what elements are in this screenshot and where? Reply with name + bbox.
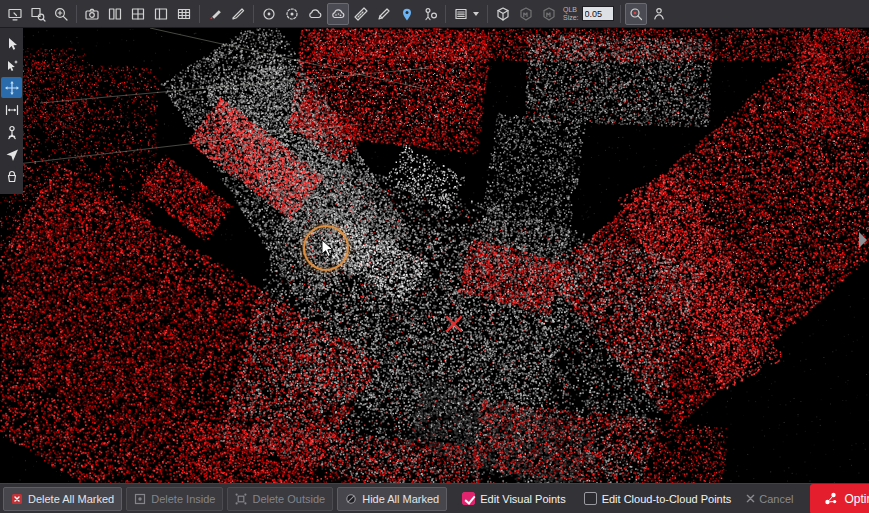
circle-select-icon <box>284 6 300 22</box>
toolbar-separator <box>620 5 621 23</box>
cube-icon <box>495 6 511 22</box>
ruler-icon <box>353 6 369 22</box>
pencil-button[interactable] <box>373 3 395 25</box>
cancel-x-icon <box>746 494 755 503</box>
button-label: Delete Outside <box>252 493 325 505</box>
location-pin-icon <box>399 6 415 22</box>
bottom-bar: Delete All Marked Delete Inside Delete O… <box>0 483 869 513</box>
zoom-window-button[interactable] <box>27 3 49 25</box>
select-cursor-plus-icon <box>4 58 20 74</box>
panel-expand-arrow[interactable] <box>859 232 867 248</box>
marker-pen-button[interactable] <box>204 3 226 25</box>
circle-select-button[interactable] <box>281 3 303 25</box>
hide-all-marked-button[interactable]: Hide All Marked <box>337 487 447 511</box>
qlb-size-group: QLB Size: <box>563 6 614 22</box>
top-toolbar: QLB Size: <box>0 0 869 28</box>
navigate-arrow-button[interactable] <box>1 143 22 164</box>
delete-all-marked-button[interactable]: Delete All Marked <box>3 487 122 511</box>
measure-distance-icon <box>4 102 20 118</box>
delete-outside-button[interactable]: Delete Outside <box>227 487 333 511</box>
zoom-extents-icon <box>53 6 69 22</box>
bucket-tool-icon <box>4 168 20 184</box>
select-cursor-icon <box>4 36 20 52</box>
button-label: Delete All Marked <box>28 493 114 505</box>
scan-position-icon <box>4 124 20 140</box>
qlb-size-label: QLB Size: <box>563 6 579 22</box>
table-view-icon <box>176 6 192 22</box>
select-cursor-plus-button[interactable] <box>1 55 22 76</box>
delete-inside-icon <box>134 493 146 505</box>
cloud-button[interactable] <box>304 3 326 25</box>
checkbox-label: Edit Visual Points <box>480 493 565 505</box>
layout-view-icon <box>153 6 169 22</box>
cloud-icon <box>307 6 323 22</box>
button-label: Hide All Marked <box>362 493 439 505</box>
optimize-label: Optimize Bundle <box>845 492 869 506</box>
toolbar-separator <box>76 5 77 23</box>
measure-distance-button[interactable] <box>1 99 22 120</box>
ruler-button[interactable] <box>350 3 372 25</box>
optimize-cluster-icon <box>823 491 838 506</box>
toolbar-separator <box>445 5 446 23</box>
split-view-icon <box>107 6 123 22</box>
delete-inside-button[interactable]: Delete Inside <box>126 487 223 511</box>
camera-button[interactable] <box>81 3 103 25</box>
delete-outside-icon <box>235 493 247 505</box>
navigate-arrow-icon <box>4 146 20 162</box>
button-label: Delete Inside <box>151 493 215 505</box>
checkbox-label: Edit Cloud-to-Cloud Points <box>602 493 732 505</box>
marker-pen-icon <box>207 6 223 22</box>
cube-m1-icon <box>518 6 534 22</box>
delete-marked-icon <box>11 493 23 505</box>
tool-menu-dropdown[interactable] <box>450 3 483 25</box>
circle-target-icon <box>261 6 277 22</box>
orbit-crosshair-button[interactable] <box>1 77 22 98</box>
qlb-label-line1: QLB <box>563 6 579 14</box>
edit-visual-points-checkbox[interactable]: Edit Visual Points <box>462 492 565 505</box>
qlb-label-line2: Size: <box>563 14 579 22</box>
location-pin-button[interactable] <box>396 3 418 25</box>
person-waypoint-button[interactable] <box>419 3 441 25</box>
split-view-button[interactable] <box>104 3 126 25</box>
grid-view-icon <box>130 6 146 22</box>
orbit-crosshair-icon <box>4 80 20 96</box>
cloud-mark-button[interactable] <box>327 3 349 25</box>
cube-m2-button[interactable] <box>538 3 560 25</box>
mouse-cursor-icon <box>321 239 335 259</box>
select-cursor-button[interactable] <box>1 33 22 54</box>
cube-m1-button[interactable] <box>515 3 537 25</box>
dropdown-caret-icon <box>473 12 479 16</box>
optimize-bundle-button[interactable]: Optimize Bundle <box>810 484 869 513</box>
magnifier-marker-icon <box>628 6 644 22</box>
app-window: QLB Size: Delete All Marked <box>0 0 869 513</box>
blade-icon <box>230 6 246 22</box>
qlb-size-input[interactable] <box>582 6 614 21</box>
zoom-extents-button[interactable] <box>50 3 72 25</box>
camera-icon <box>84 6 100 22</box>
point-cloud-canvas[interactable] <box>0 28 869 483</box>
circle-target-button[interactable] <box>258 3 280 25</box>
person-scan-button[interactable] <box>648 3 670 25</box>
layout-view-button[interactable] <box>150 3 172 25</box>
toolbar-separator <box>199 5 200 23</box>
cancel-label: Cancel <box>759 493 793 505</box>
trajectory-x-marker-icon <box>444 314 464 334</box>
left-toolbar <box>0 28 23 194</box>
person-scan-icon <box>651 6 667 22</box>
scan-position-button[interactable] <box>1 121 22 142</box>
display-button[interactable] <box>4 3 26 25</box>
cancel-button[interactable]: Cancel <box>746 493 793 505</box>
bucket-tool-button[interactable] <box>1 165 22 186</box>
viewport <box>0 28 869 483</box>
cube-m2-icon <box>541 6 557 22</box>
hide-marked-icon <box>345 493 357 505</box>
toolbar-separator <box>253 5 254 23</box>
grid-view-button[interactable] <box>127 3 149 25</box>
cube-button[interactable] <box>492 3 514 25</box>
blade-button[interactable] <box>227 3 249 25</box>
edit-cloud-to-cloud-checkbox[interactable]: Edit Cloud-to-Cloud Points <box>584 492 732 505</box>
magnifier-marker-button[interactable] <box>625 3 647 25</box>
checkbox-box <box>462 492 475 505</box>
pencil-icon <box>376 6 392 22</box>
table-view-button[interactable] <box>173 3 195 25</box>
